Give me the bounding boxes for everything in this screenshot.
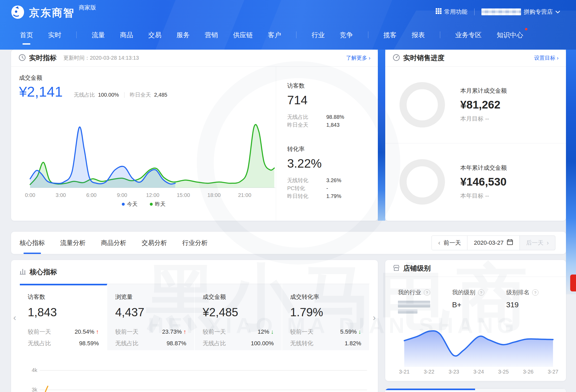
nav-item[interactable]: 营销 [205,31,218,39]
brand-name[interactable]: 京东商智 [29,6,75,20]
metric-delta-label: 较前一天 [203,328,226,336]
nav-item[interactable]: 揽客 [383,31,397,39]
analysis-tab[interactable]: 交易分析 [142,232,167,254]
updated-label: 更新时间： [63,55,90,61]
analysis-tab[interactable]: 商品分析 [101,232,126,254]
axis-tick-label: 3-24 [473,369,484,375]
nav-item[interactable]: 知识中心 [497,31,523,39]
nav-item[interactable]: 首页 [20,31,33,39]
brand-edition-label: 商家版 [79,4,96,12]
feedback-side-tab[interactable] [570,275,576,291]
analysis-tab-label: 商品分析 [101,239,126,247]
axis-tick-label: 0:00 [25,192,35,198]
nav-item[interactable]: 报表 [412,31,425,39]
visitors-value: 714 [287,93,378,107]
metric-box[interactable]: 成交金额 ¥2,485 较前一天12%↓ 无线占比100.00% [195,284,282,350]
storefront-icon [393,264,403,273]
year-progress-section: 本年累计成交金额 ¥146,530 本年目标 -- [385,143,566,220]
metric-value: ¥2,485 [203,306,274,320]
year-target-value: -- [485,192,489,199]
nav-item-label: 交易 [148,31,161,39]
help-icon[interactable]: ? [532,289,538,296]
nav-item-label: 流量 [92,31,105,39]
year-gmv-label: 本年累计成交金额 [460,164,507,172]
nav-item[interactable]: 客户 [268,31,281,39]
nav-item[interactable]: 业务专区 [455,31,482,39]
delta-arrow-icon: ↑ [96,328,99,335]
axis-tick-label: 3:00 [56,192,66,198]
analysis-tab[interactable]: 流量分析 [60,232,86,254]
core-trend-svg [20,366,370,392]
metric-value: 1,843 [28,306,99,320]
link-arrow-icon: › [369,55,370,61]
legend-today[interactable]: 今天 [122,201,138,208]
metric-box[interactable]: 成交转化率 1.79% 较前一天5.59%↓ 无线转化1.82% [282,284,370,350]
shop-name-suffix: 拼购专营店 [524,8,553,16]
level-value: B+ [452,301,506,309]
next-card-partial [385,389,566,392]
metrics-scroll-right-chevron[interactable]: › [373,312,376,323]
metric-box[interactable]: 访客数 1,843 较前一天20.54%↑ 无线占比98.59% [20,284,107,350]
nav-item[interactable]: 竞争 [340,31,353,39]
conv-wireless-label: 无线转化 [287,176,318,184]
analysis-tab[interactable]: 行业分析 [182,232,208,254]
metric-sub-label: 无线占比 [115,339,138,347]
legend-yesterday[interactable]: 昨天 [150,201,166,208]
axis-tick-label: 9:00 [117,192,127,198]
nav-item[interactable]: 交易 [148,31,161,39]
nav-item-label: 商品 [120,31,133,39]
visitors-label: 访客数 [287,82,378,90]
realtime-legend: 今天 昨天 [11,201,276,208]
analysis-tab[interactable]: 核心指标 [20,232,45,254]
metric-box-row: 访客数 1,843 较前一天20.54%↑ 无线占比98.59% 浏览量 4,4… [20,284,370,350]
main-nav: 首页实时流量商品交易服务营销供应链客户行业竞争揽客报表业务专区知识中心 [0,25,576,44]
shop-switcher[interactable]: 拼购专营店 [481,8,560,16]
analysis-tab-bar: 核心指标流量分析商品分析交易分析行业分析 ‹前一天 2020-03-27 后一天… [11,232,566,254]
metric-delta-value: 5.59% [340,328,357,335]
year-target-label: 本年目标 [460,192,484,199]
delta-arrow-icon: ↓ [358,328,361,335]
month-gmv-label: 本月累计成交金额 [460,87,507,95]
nav-item-label: 报表 [412,31,425,39]
metric-sub-label: 无线占比 [28,339,51,347]
delta-arrow-icon: ↑ [183,328,186,335]
next-day-button[interactable]: 后一天› [520,235,555,250]
help-icon[interactable]: ? [424,289,430,296]
year-gmv-value: ¥146,530 [460,176,507,188]
axis-tick-label: 6:00 [86,192,97,198]
conversion-label: 转化率 [287,145,378,153]
nav-item[interactable]: 服务 [176,31,190,39]
quick-menu-label: 常用功能 [444,8,467,16]
month-target-value: -- [485,115,489,122]
metric-sub-value: 100.00% [251,339,274,347]
metric-delta-value: 23.73% [162,328,182,335]
nav-item-label: 首页 [20,31,33,39]
chevron-right-icon: › [547,239,549,247]
metric-label: 浏览量 [115,293,186,301]
date-picker: ‹前一天 2020-03-27 后一天› [431,235,555,250]
prev-day-button[interactable]: ‹前一天 [431,235,467,250]
metrics-scroll-left-chevron[interactable]: ‹ [13,312,16,323]
axis-tick-label: 3-25 [498,369,509,375]
date-field[interactable]: 2020-03-27 [467,235,520,250]
nav-item[interactable]: 实时 [48,31,61,39]
nav-item[interactable]: 商品 [120,31,133,39]
nav-divider [76,31,77,38]
set-goal-link[interactable]: 设置目标 › [534,54,559,62]
industry-value-redacted [398,301,430,308]
conv-wireless-value: 3.26% [326,176,341,184]
yesterday-dot-icon [150,203,153,206]
nav-item[interactable]: 流量 [92,31,105,39]
axis-tick-label: 3-22 [424,369,434,375]
metric-label: 成交转化率 [290,293,361,301]
quick-menu-button[interactable]: 常用功能 [436,8,467,16]
industry-value-redacted [398,309,417,314]
metric-label: 成交金额 [203,293,274,301]
metric-box[interactable]: 浏览量 4,437 较前一天23.73%↑ 无线占比98.87% [107,284,195,350]
nav-item[interactable]: 行业 [312,31,325,39]
nav-item[interactable]: 供应链 [233,31,253,39]
help-icon[interactable]: ? [478,289,484,296]
rank-label: 级别排名 [506,289,529,296]
shop-level-stats: 我的行业? 我的级别? B+ 级别排名? 319 [385,289,566,314]
learn-more-link[interactable]: 了解更多 › [346,54,370,62]
